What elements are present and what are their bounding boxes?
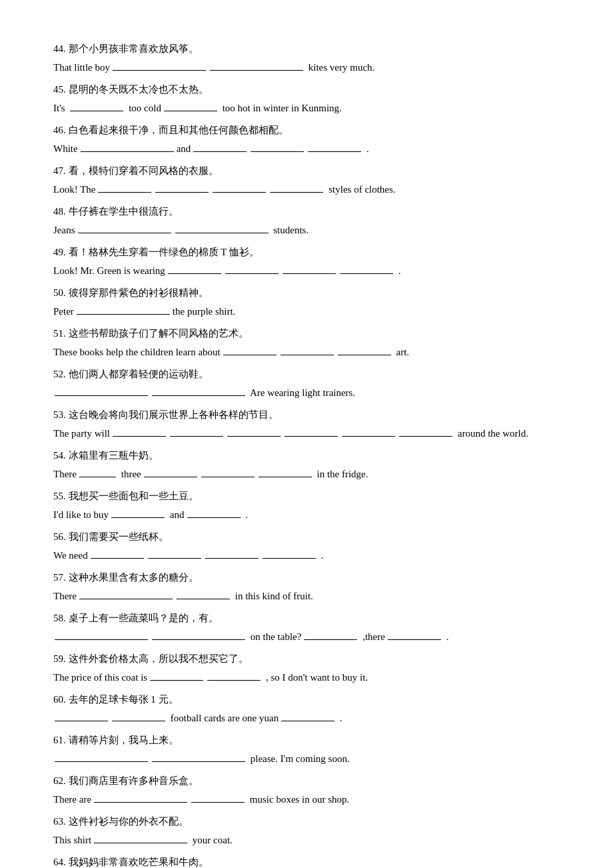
exercise-45: 45. 昆明的冬天既不太冷也不太热。 It's too cold too hot…: [53, 81, 560, 117]
english-53: The party will around the world.: [53, 425, 560, 443]
chinese-57: 57. 这种水果里含有太多的糖分。: [53, 569, 560, 587]
english-45: It's too cold too hot in winter in Kunmi…: [53, 99, 560, 117]
blank-47-4[interactable]: [270, 181, 323, 193]
blank-46-4[interactable]: [308, 140, 361, 152]
chinese-59: 59. 这件外套价格太高，所以我不想买它了。: [53, 650, 560, 668]
exercise-63: 63. 这件衬衫与你的外衣不配。 This shirt your coat.: [53, 813, 560, 849]
blank-55-2[interactable]: [187, 506, 241, 518]
blank-44-1[interactable]: [113, 59, 206, 71]
blank-48-2[interactable]: [175, 221, 269, 233]
blank-58-2[interactable]: [152, 628, 245, 640]
blank-49-1[interactable]: [168, 262, 221, 274]
blank-46-2[interactable]: [193, 140, 247, 152]
blank-54-2[interactable]: [144, 465, 197, 477]
chinese-62: 62. 我们商店里有许多种音乐盒。: [53, 772, 560, 790]
blank-51-2[interactable]: [281, 343, 334, 355]
exercise-53: 53. 这台晚会将向我们展示世界上各种各样的节目。 The party will…: [53, 406, 560, 443]
english-56: We need .: [53, 547, 560, 565]
blank-54-4[interactable]: [259, 465, 312, 477]
blank-50-1[interactable]: [77, 303, 170, 315]
chinese-58: 58. 桌子上有一些蔬菜吗？是的，有。: [53, 609, 560, 627]
english-57: There in this kind of fruit.: [53, 587, 560, 605]
english-44: That little boy kites very much.: [53, 59, 560, 77]
blank-49-4[interactable]: [340, 262, 393, 274]
chinese-46: 46. 白色看起来很干净，而且和其他任何颜色都相配。: [53, 121, 560, 139]
blank-44-2[interactable]: [210, 59, 303, 71]
english-50: Peter the purple shirt.: [53, 303, 560, 321]
exercise-47: 47. 看，模特们穿着不同风格的衣服。 Look! The styles of …: [53, 162, 560, 199]
blank-49-3[interactable]: [283, 262, 336, 274]
blank-56-4[interactable]: [263, 547, 316, 559]
blank-56-1[interactable]: [91, 547, 144, 559]
blank-49-2[interactable]: [225, 262, 279, 274]
blank-53-4[interactable]: [285, 425, 338, 437]
blank-47-1[interactable]: [98, 181, 151, 193]
blank-53-6[interactable]: [399, 425, 452, 437]
chinese-49: 49. 看！格林先生穿着一件绿色的棉质 T 恤衫。: [53, 243, 560, 261]
blank-45-2[interactable]: [164, 99, 217, 111]
blank-47-3[interactable]: [213, 181, 266, 193]
blank-56-2[interactable]: [148, 547, 201, 559]
english-47: Look! The styles of clothes.: [53, 181, 560, 199]
blank-46-3[interactable]: [251, 140, 304, 152]
blank-57-2[interactable]: [177, 587, 230, 599]
blank-48-1[interactable]: [78, 221, 171, 233]
blank-53-3[interactable]: [227, 425, 281, 437]
english-62: There are music boxes in our shop.: [53, 791, 560, 809]
blank-59-2[interactable]: [207, 669, 261, 681]
blank-52-2[interactable]: [152, 384, 245, 396]
exercise-container: 44. 那个小男孩非常喜欢放风筝。 That little boy kites …: [53, 40, 560, 868]
blank-54-3[interactable]: [201, 465, 255, 477]
blank-53-1[interactable]: [113, 425, 166, 437]
blank-57-1[interactable]: [79, 587, 173, 599]
english-46: White and .: [53, 140, 560, 158]
blank-45-1[interactable]: [70, 99, 123, 111]
exercise-57: 57. 这种水果里含有太多的糖分。 There in this kind of …: [53, 569, 560, 605]
blank-52-1[interactable]: [55, 384, 148, 396]
blank-51-3[interactable]: [338, 343, 391, 355]
exercise-64: 64. 我妈妈非常喜欢吃芒果和牛肉。 My mother likes eatin…: [53, 853, 560, 868]
chinese-54: 54. 冰箱里有三瓶牛奶。: [53, 447, 560, 465]
blank-47-2[interactable]: [155, 181, 209, 193]
chinese-60: 60. 去年的足球卡每张 1 元。: [53, 691, 560, 709]
blank-53-5[interactable]: [342, 425, 395, 437]
blank-60-2[interactable]: [112, 709, 165, 721]
exercise-48: 48. 牛仔裤在学生中很流行。 Jeans students.: [53, 203, 560, 239]
exercise-46: 46. 白色看起来很干净，而且和其他任何颜色都相配。 White and .: [53, 121, 560, 158]
blank-61-2[interactable]: [152, 750, 245, 762]
blank-56-3[interactable]: [205, 547, 259, 559]
chinese-47: 47. 看，模特们穿着不同风格的衣服。: [53, 162, 560, 180]
blank-46-1[interactable]: [81, 140, 174, 152]
chinese-48: 48. 牛仔裤在学生中很流行。: [53, 203, 560, 221]
blank-61-1[interactable]: [55, 750, 148, 762]
blank-58-3[interactable]: [304, 628, 357, 640]
chinese-51: 51. 这些书帮助孩子们了解不同风格的艺术。: [53, 325, 560, 343]
blank-63-1[interactable]: [94, 831, 187, 843]
blank-51-1[interactable]: [223, 343, 277, 355]
blank-62-1[interactable]: [94, 791, 187, 803]
exercise-56: 56. 我们需要买一些纸杯。 We need .: [53, 528, 560, 565]
english-60: football cards are one yuan .: [53, 709, 560, 727]
chinese-61: 61. 请稍等片刻，我马上来。: [53, 731, 560, 749]
exercise-61: 61. 请稍等片刻，我马上来。 please. I'm coming soon.: [53, 731, 560, 768]
english-59: The price of this coat is , so I don't w…: [53, 669, 560, 687]
chinese-45: 45. 昆明的冬天既不太冷也不太热。: [53, 81, 560, 99]
blank-53-2[interactable]: [170, 425, 223, 437]
chinese-64: 64. 我妈妈非常喜欢吃芒果和牛肉。: [53, 853, 560, 868]
english-51: These books help the children learn abou…: [53, 343, 560, 361]
exercise-50: 50. 彼得穿那件紫色的衬衫很精神。 Peter the purple shir…: [53, 284, 560, 321]
blank-59-1[interactable]: [150, 669, 203, 681]
blank-58-4[interactable]: [388, 628, 441, 640]
blank-55-1[interactable]: [111, 506, 165, 518]
blank-54-1[interactable]: [79, 465, 116, 477]
blank-62-2[interactable]: [191, 791, 245, 803]
english-63: This shirt your coat.: [53, 831, 560, 849]
blank-60-1[interactable]: [55, 709, 108, 721]
english-48: Jeans students.: [53, 221, 560, 239]
exercise-62: 62. 我们商店里有许多种音乐盒。 There are music boxes …: [53, 772, 560, 809]
blank-58-1[interactable]: [55, 628, 148, 640]
english-52: Are wearing light trainers.: [53, 384, 560, 402]
exercise-54: 54. 冰箱里有三瓶牛奶。 There three in the fridge.: [53, 447, 560, 483]
chinese-55: 55. 我想买一些面包和一些土豆。: [53, 487, 560, 505]
blank-60-3[interactable]: [281, 709, 334, 721]
